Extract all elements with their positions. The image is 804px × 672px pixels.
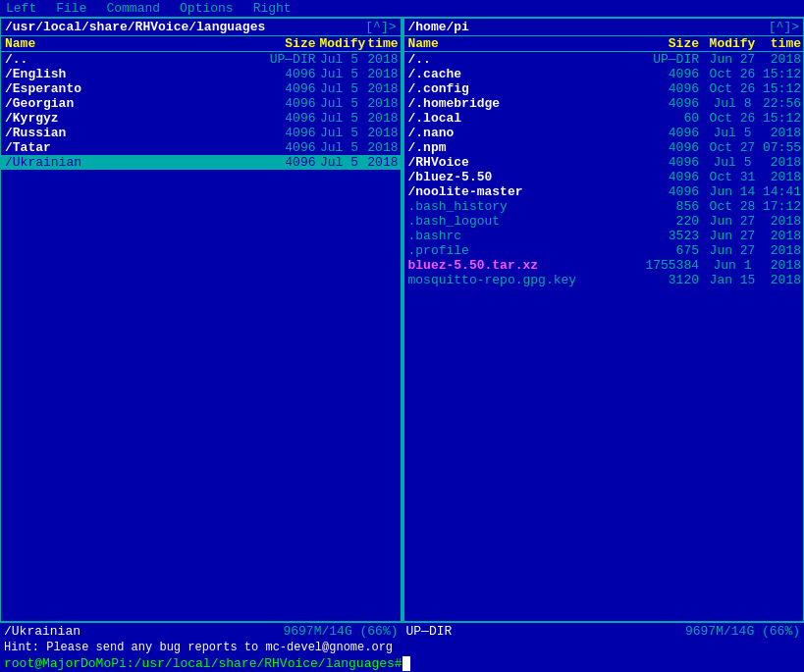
right-file-row[interactable]: /.. UP—DIR Jun 27 2018 (404, 52, 804, 67)
left-file-row[interactable]: /Russian 4096 Jul 5 2018 (1, 126, 401, 140)
left-file-row[interactable]: /Ukrainian 4096 Jul 5 2018 (1, 155, 401, 170)
file-time: 15:12 (762, 81, 801, 96)
left-col-modify: Modify (320, 36, 359, 51)
menu-file[interactable]: File (54, 1, 88, 16)
file-name: /Ukrainian (3, 155, 261, 170)
file-modify: Jul 5 (320, 81, 359, 96)
file-time: 2018 (762, 155, 801, 170)
right-file-row[interactable]: /.nano 4096 Jul 5 2018 (404, 126, 804, 140)
file-time: 2018 (762, 214, 801, 229)
file-modify: Jul 5 (320, 111, 359, 126)
file-size: 4096 (261, 81, 320, 96)
right-file-row[interactable]: bluez-5.50.tar.xz 1755384 Jun 1 2018 (404, 258, 804, 273)
left-path-text: /usr/local/share/RHVoice/languages (5, 20, 265, 34)
left-col-size: Size (261, 36, 320, 51)
file-size: UP—DIR (261, 52, 320, 67)
left-panel-header: Name Size Modify time (1, 36, 401, 52)
file-time: 2018 (359, 126, 399, 140)
right-file-row[interactable]: .profile 675 Jun 27 2018 (404, 243, 804, 258)
right-file-row[interactable]: mosquitto-repo.gpg.key 3120 Jan 15 2018 (404, 273, 804, 287)
file-name: .bashrc (406, 229, 645, 243)
file-size: 4096 (644, 184, 703, 199)
file-name: .profile (406, 243, 645, 258)
left-file-row[interactable]: /Tatar 4096 Jul 5 2018 (1, 140, 401, 155)
right-file-row[interactable]: /.npm 4096 Oct 27 07:55 (404, 140, 804, 155)
right-file-row[interactable]: /bluez-5.50 4096 Oct 31 2018 (404, 170, 804, 184)
file-name: /noolite-master (406, 184, 645, 199)
right-file-row[interactable]: .bashrc 3523 Jun 27 2018 (404, 229, 804, 243)
file-time: 2018 (359, 81, 399, 96)
left-file-row[interactable]: /Georgian 4096 Jul 5 2018 (1, 96, 401, 111)
right-panel-header: Name Size Modify time (404, 36, 804, 52)
right-file-row[interactable]: /.local 60 Oct 26 15:12 (404, 111, 804, 126)
menu-options[interactable]: Options (178, 1, 236, 16)
file-modify: Jun 1 (703, 258, 762, 273)
file-time: 17:12 (762, 199, 801, 214)
file-size: 4096 (261, 155, 320, 170)
file-size: 3120 (644, 273, 703, 287)
file-size: 4096 (644, 67, 703, 81)
left-file-row[interactable]: /.. UP—DIR Jul 5 2018 (1, 52, 401, 67)
cmdline[interactable]: root@MajorDoMoPi:/usr/local/share/RHVoic… (0, 655, 804, 672)
file-name: mosquitto-repo.gpg.key (406, 273, 645, 287)
menu-command[interactable]: Command (104, 1, 162, 16)
file-modify: Oct 27 (703, 140, 762, 155)
file-size: 4096 (261, 96, 320, 111)
right-file-row[interactable]: .bash_logout 220 Jun 27 2018 (404, 214, 804, 229)
right-col-size: Size (644, 36, 703, 51)
file-name: /.homebridge (406, 96, 645, 111)
file-name: /.npm (406, 140, 645, 155)
left-file-row[interactable]: /Esperanto 4096 Jul 5 2018 (1, 81, 401, 96)
right-col-name: Name (406, 36, 645, 51)
file-modify: Jun 27 (703, 229, 762, 243)
file-modify: Jul 5 (320, 67, 359, 81)
right-file-row[interactable]: /.homebridge 4096 Jul 8 22:56 (404, 96, 804, 111)
file-modify: Jul 5 (703, 155, 762, 170)
file-modify: Jul 5 (320, 96, 359, 111)
right-file-row[interactable]: /.config 4096 Oct 26 15:12 (404, 81, 804, 96)
file-name: /bluez-5.50 (406, 170, 645, 184)
file-size: 4096 (644, 126, 703, 140)
file-size: 4096 (261, 126, 320, 140)
right-status-item: UP—DIR (406, 624, 453, 639)
file-modify: Jun 27 (703, 214, 762, 229)
file-size: 4096 (261, 111, 320, 126)
left-file-row[interactable]: /Kyrgyz 4096 Jul 5 2018 (1, 111, 401, 126)
file-modify: Jul 5 (320, 155, 359, 170)
hintbar: Hint: Please send any bug reports to mc-… (0, 640, 804, 655)
status-right: UP—DIR 9697M/14G (66%) (402, 623, 805, 640)
right-file-row[interactable]: /RHVoice 4096 Jul 5 2018 (404, 155, 804, 170)
file-name: /Tatar (3, 140, 261, 155)
file-time: 2018 (762, 229, 801, 243)
left-status-item: /Ukrainian (4, 624, 80, 639)
file-time: 2018 (762, 170, 801, 184)
file-time: 07:55 (762, 140, 801, 155)
file-size: 4096 (644, 155, 703, 170)
menu-left[interactable]: Left (4, 1, 38, 16)
hint-text: Hint: Please send any bug reports to mc-… (4, 641, 393, 654)
file-name: /.. (406, 52, 645, 67)
file-name: .bash_logout (406, 214, 645, 229)
right-file-row[interactable]: /noolite-master 4096 Jun 14 14:41 (404, 184, 804, 199)
menu-right[interactable]: Right (251, 1, 294, 16)
right-file-row[interactable]: .bash_history 856 Oct 28 17:12 (404, 199, 804, 214)
file-modify: Jul 5 (320, 126, 359, 140)
left-file-row[interactable]: /English 4096 Jul 5 2018 (1, 67, 401, 81)
file-time: 2018 (762, 126, 801, 140)
right-file-row[interactable]: /.cache 4096 Oct 26 15:12 (404, 67, 804, 81)
file-modify: Oct 26 (703, 67, 762, 81)
file-time: 15:12 (762, 111, 801, 126)
file-name: /.nano (406, 126, 645, 140)
file-time: 2018 (762, 258, 801, 273)
file-time: 2018 (762, 52, 801, 67)
app: Left File Command Options Right /usr/loc… (0, 0, 804, 672)
left-panel-path: /usr/local/share/RHVoice/languages [^]> (1, 19, 401, 36)
file-name: /Russian (3, 126, 261, 140)
file-time: 2018 (359, 155, 399, 170)
file-size: 675 (644, 243, 703, 258)
right-scroll-arrow: [^]> (769, 20, 799, 34)
file-name: /English (3, 67, 261, 81)
file-modify: Oct 31 (703, 170, 762, 184)
left-col-time: time (359, 36, 399, 51)
file-name: /Esperanto (3, 81, 261, 96)
